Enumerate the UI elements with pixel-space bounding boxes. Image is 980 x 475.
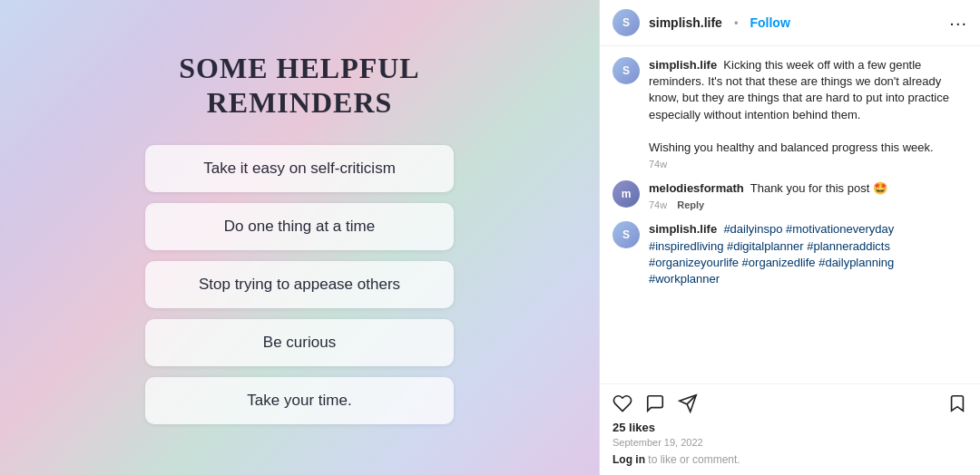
comment-text-3: simplish.life #dailyinspo #motivationeve… — [649, 221, 967, 287]
reminder-card-5: Take your time. — [145, 377, 454, 424]
comment-content-3: simplish.life #dailyinspo #motivationeve… — [649, 221, 967, 287]
comment-content-2: melodiesformath Thank you for this post … — [649, 180, 887, 210]
share-icon[interactable] — [678, 393, 698, 413]
like-icon[interactable] — [612, 393, 632, 413]
follow-button[interactable]: Follow — [750, 15, 789, 30]
reminder-card-4: Be curious — [145, 319, 454, 366]
comment-username-3[interactable]: simplish.life — [649, 222, 717, 236]
login-prompt: Log in to like or comment. — [612, 453, 967, 470]
comment-time-1: 74w — [649, 159, 967, 170]
post-image-panel: SOME HELPFUL REMINDERS Take it easy on s… — [0, 0, 599, 475]
comment-time-2: 74w Reply — [649, 199, 887, 210]
comment-row-3: S simplish.life #dailyinspo #motivatione… — [612, 221, 967, 287]
comment-text-1: simplish.life Kicking this week off with… — [649, 57, 967, 156]
login-suffix: to like or comment. — [645, 453, 740, 466]
comments-area: S simplish.life Kicking this week off wi… — [600, 46, 980, 383]
post-date: September 19, 2022 — [612, 437, 967, 448]
login-link[interactable]: Log in — [612, 453, 645, 466]
comment-row-2: m melodiesformath Thank you for this pos… — [612, 180, 967, 210]
comment-username-2[interactable]: melodiesformath — [649, 181, 744, 195]
reminder-card-1: Take it easy on self-criticism — [145, 145, 454, 192]
social-panel: S simplish.life • Follow ··· S simplish.… — [599, 0, 980, 475]
comment-text-2: melodiesformath Thank you for this post … — [649, 180, 887, 197]
comment-avatar-3: S — [612, 221, 640, 248]
reply-button-2[interactable]: Reply — [677, 199, 704, 210]
reminder-card-2: Do one thing at a time — [145, 203, 454, 250]
more-options-icon[interactable]: ··· — [949, 13, 967, 34]
comment-avatar-1: S — [612, 57, 640, 84]
likes-count: 25 likes — [612, 421, 967, 434]
comment-avatar-2: m — [612, 180, 640, 208]
post-header: S simplish.life • Follow ··· — [600, 0, 980, 46]
reminder-card-3: Stop trying to appease others — [145, 261, 454, 308]
comment-icon[interactable] — [645, 393, 665, 413]
comment-username-1[interactable]: simplish.life — [649, 58, 717, 72]
action-bar: 25 likes September 19, 2022 Log in to li… — [600, 383, 980, 475]
reminder-cards-list: Take it easy on self-criticism Do one th… — [145, 145, 454, 424]
header-dot: • — [734, 16, 739, 30]
comment-content-1: simplish.life Kicking this week off with… — [649, 57, 967, 170]
bookmark-icon[interactable] — [947, 393, 967, 413]
comment-row-1: S simplish.life Kicking this week off wi… — [612, 57, 967, 170]
action-icons-row — [612, 393, 967, 413]
poster-avatar: S — [612, 9, 640, 36]
poster-username[interactable]: simplish.life — [649, 15, 722, 30]
reminder-title: SOME HELPFUL REMINDERS — [179, 51, 419, 121]
